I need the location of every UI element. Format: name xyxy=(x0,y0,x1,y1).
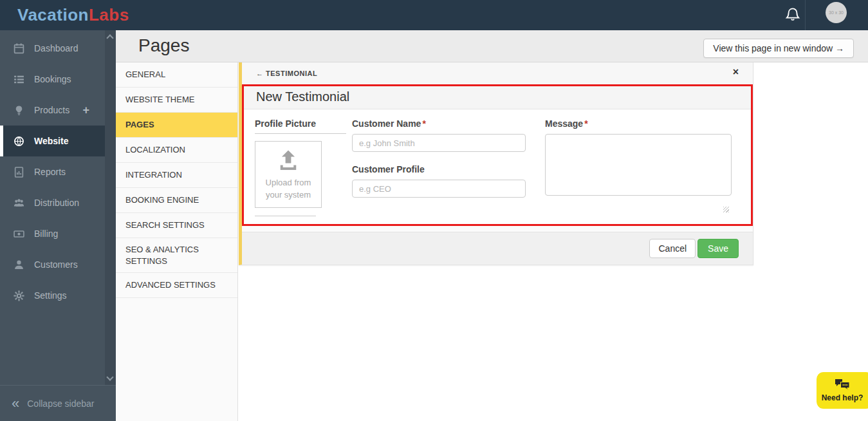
submenu-item-pages[interactable]: PAGES xyxy=(116,113,237,138)
form-title-bar: New Testimonial xyxy=(244,86,751,109)
back-to-testimonial-link[interactable]: ← TESTIMONIAL xyxy=(256,70,317,77)
customer-name-input[interactable] xyxy=(352,134,526,152)
sidebar-item-distribution[interactable]: Distribution xyxy=(0,187,105,218)
collapse-sidebar-label: Collapse sidebar xyxy=(27,398,94,409)
sidebar-item-products[interactable]: Products + xyxy=(0,95,105,126)
avatar-placeholder-text: 30 x 30 xyxy=(829,10,844,15)
customer-profile-label: Customer Profile xyxy=(352,164,526,174)
new-testimonial-highlight-region: New Testimonial Profile Picture Upload f… xyxy=(242,84,753,226)
submenu-item-website-theme[interactable]: WEBSITE THEME xyxy=(116,88,237,113)
cancel-button[interactable]: Cancel xyxy=(649,239,696,258)
panel-header: ← TESTIMONIAL × xyxy=(242,62,753,84)
main-sidebar: Dashboard Bookings Products + Website Re… xyxy=(0,30,116,385)
testimonial-form: Profile Picture Upload from your system … xyxy=(244,109,751,224)
calendar-icon xyxy=(14,43,24,54)
message-label: Message* xyxy=(545,118,732,129)
collapse-chevrons-icon: « xyxy=(12,397,19,411)
testimonial-panel: ← TESTIMONIAL × New Testimonial Profile … xyxy=(239,62,753,265)
upload-arrow-icon xyxy=(275,147,302,174)
list-icon xyxy=(14,74,24,85)
sidebar-scrollbar[interactable] xyxy=(105,30,116,385)
scroll-down-icon[interactable] xyxy=(106,373,113,380)
sidebar-item-website[interactable]: Website xyxy=(0,126,105,156)
view-page-new-window-button[interactable]: View this page in new window → xyxy=(703,39,854,58)
sidebar-item-bookings[interactable]: Bookings xyxy=(0,64,105,95)
report-document-icon xyxy=(14,167,24,178)
users-group-icon xyxy=(14,198,24,209)
gear-icon xyxy=(14,290,24,301)
need-help-widget[interactable]: Need help? xyxy=(817,372,868,409)
globe-icon xyxy=(14,136,24,147)
profile-column-divider xyxy=(255,216,316,216)
sidebar-item-label: Dashboard xyxy=(34,43,78,53)
required-marker: * xyxy=(584,118,587,129)
resize-grip-icon[interactable] xyxy=(723,207,729,212)
scroll-up-icon[interactable] xyxy=(106,34,113,41)
customer-profile-input[interactable] xyxy=(352,180,526,198)
sidebar-item-label: Distribution xyxy=(34,198,79,208)
submenu-item-integration[interactable]: INTEGRATION xyxy=(116,163,237,188)
website-submenu: GENERAL WEBSITE THEME PAGES LOCALIZATION… xyxy=(116,62,238,421)
required-marker: * xyxy=(422,118,425,129)
sidebar-item-customers[interactable]: Customers xyxy=(0,249,105,280)
form-title: New Testimonial xyxy=(256,89,349,104)
page-title: Pages xyxy=(138,35,189,56)
upload-line-2: your system xyxy=(266,189,311,201)
sidebar-item-label: Settings xyxy=(34,290,67,301)
message-textarea[interactable] xyxy=(545,134,732,196)
submenu-item-booking-engine[interactable]: BOOKING ENGINE xyxy=(116,188,237,213)
add-product-icon[interactable]: + xyxy=(82,104,89,117)
user-icon xyxy=(14,259,24,270)
profile-picture-column: Profile Picture Upload from your system xyxy=(255,118,346,216)
sidebar-item-label: Bookings xyxy=(34,74,71,84)
panel-footer: Cancel Save xyxy=(242,232,753,265)
top-navbar: VacationLabs 30 x 30 xyxy=(0,0,868,30)
message-column: Message* xyxy=(545,118,732,216)
logo-accent: Labs xyxy=(89,5,129,24)
submenu-item-search-settings[interactable]: SEARCH SETTINGS xyxy=(116,213,237,238)
save-button[interactable]: Save xyxy=(697,239,739,258)
banknote-icon xyxy=(14,229,24,239)
logo-primary: Vacation xyxy=(17,5,89,24)
notifications-bell-icon[interactable] xyxy=(785,7,800,23)
submenu-item-advanced-settings[interactable]: ADVANCED SETTINGS xyxy=(116,273,237,298)
upload-line-1: Upload from xyxy=(266,177,311,189)
collapse-sidebar-button[interactable]: « Collapse sidebar xyxy=(0,385,116,421)
sidebar-item-label: Customers xyxy=(34,259,78,270)
user-avatar[interactable]: 30 x 30 xyxy=(826,2,847,23)
submenu-item-localization[interactable]: LOCALIZATION xyxy=(116,138,237,163)
sidebar-item-billing[interactable]: Billing xyxy=(0,218,105,249)
sidebar-item-settings[interactable]: Settings xyxy=(0,280,105,311)
need-help-label: Need help? xyxy=(822,393,868,402)
app-window: VacationLabs 30 x 30 Dashboard Bookings … xyxy=(0,0,868,421)
customer-fields-column: Customer Name* Customer Profile xyxy=(352,118,526,216)
active-item-indicator xyxy=(0,126,3,156)
submenu-item-general[interactable]: GENERAL xyxy=(116,62,237,88)
submenu-item-seo-analytics-settings[interactable]: SEO & ANALYTICS SETTINGS xyxy=(116,238,237,273)
sidebar-item-label: Reports xyxy=(34,167,66,177)
sidebar-item-dashboard[interactable]: Dashboard xyxy=(0,33,105,64)
sidebar-item-label: Products xyxy=(34,105,69,115)
upload-dropzone[interactable]: Upload from your system xyxy=(255,141,322,208)
sidebar-item-reports[interactable]: Reports xyxy=(0,156,105,187)
upload-instruction-text: Upload from your system xyxy=(266,177,311,201)
profile-picture-label: Profile Picture xyxy=(255,118,346,134)
sidebar-item-label: Website xyxy=(34,136,68,146)
brand-logo[interactable]: VacationLabs xyxy=(17,5,129,25)
chat-bubbles-icon xyxy=(834,379,851,391)
navbar-divider xyxy=(805,0,806,30)
sidebar-item-label: Billing xyxy=(34,229,58,239)
customer-name-label: Customer Name* xyxy=(352,118,526,129)
close-icon[interactable]: × xyxy=(733,67,739,77)
lightbulb-icon xyxy=(14,105,24,116)
